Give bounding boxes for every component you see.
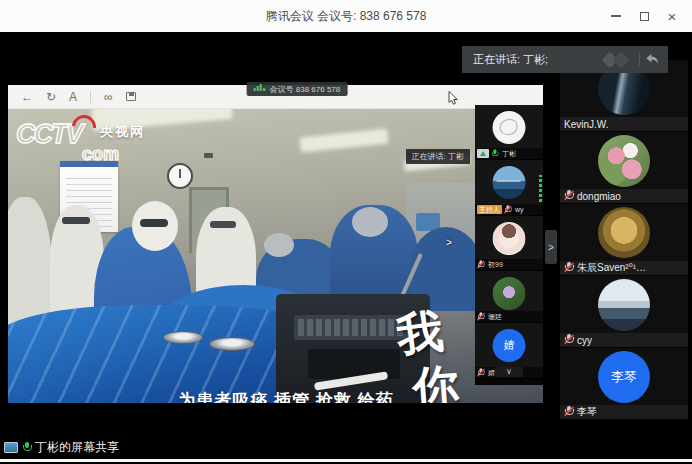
share-status-bar: 丁彬的屏幕共享	[4, 439, 119, 456]
banner-divider	[639, 53, 640, 66]
inner-participant-strip: 丁彬 主持人 wy 初99	[475, 105, 543, 385]
participant-name: dongmiao	[577, 191, 621, 202]
speaking-banner-label: 正在讲话: 丁彬;	[473, 52, 602, 67]
avatar	[598, 207, 650, 259]
inner-participant-tile[interactable]: 主持人 wy	[475, 160, 543, 216]
participant-name: wy	[515, 206, 524, 213]
calligraphy-char: 你	[411, 355, 461, 403]
screen-share-icon	[4, 442, 18, 453]
participant-label: 初99	[475, 259, 543, 270]
avatar	[493, 111, 526, 144]
avatar-initial: 李琴	[611, 368, 637, 386]
network-status-dot	[263, 88, 266, 91]
meeting-number-badge[interactable]: 会议号 838 676 578	[247, 82, 348, 96]
meeting-window: 腾讯会议 会议号: 838 676 578 × 正在讲话: 丁彬; ← ↻ A …	[0, 0, 692, 464]
participant-name: 李琴	[577, 405, 597, 419]
window-bottom-edge	[0, 459, 692, 462]
avatar	[493, 277, 526, 310]
cctv-cn-label: 央视网	[100, 123, 145, 141]
cctv-watermark: CCTV 央视网 com	[16, 117, 166, 169]
wall-vent	[204, 153, 213, 158]
close-button[interactable]: ×	[658, 2, 686, 30]
avatar: 婧	[493, 329, 526, 362]
window-controls: ×	[602, 0, 686, 32]
screen-share-icon	[477, 149, 489, 158]
shared-video[interactable]: CCTV 央视网 com 正在讲话: 丁彬 我 你 为患者吸痰 插管 抢救 给药	[8, 109, 543, 403]
participant-tile[interactable]: cyy	[560, 276, 688, 347]
meeting-number-text: 会议号 838 676 578	[270, 84, 341, 95]
avatar-initial: 婧	[504, 338, 515, 353]
mic-muted-icon	[477, 312, 484, 321]
mic-muted-icon	[564, 406, 573, 418]
signal-icon	[254, 88, 256, 91]
video-speaking-overlay: 正在讲话: 丁彬	[406, 149, 470, 164]
mic-on-icon	[491, 149, 498, 158]
title-bar[interactable]: 腾讯会议 会议号: 838 676 578 ×	[0, 0, 692, 32]
participant-tile[interactable]: 李琴 李琴	[560, 348, 688, 419]
inner-participant-tile[interactable]: 初99	[475, 216, 543, 271]
participant-name: KevinJ.W.	[564, 119, 608, 130]
mouse-cursor-icon	[448, 91, 459, 105]
save-icon[interactable]	[126, 92, 136, 101]
maximize-button[interactable]	[630, 2, 658, 30]
inner-sidebar-toggle[interactable]: >	[446, 237, 452, 248]
mic-muted-icon	[564, 190, 573, 202]
metal-bowl	[209, 337, 255, 351]
mic-muted-icon	[477, 260, 484, 269]
participant-name: 珊廷	[488, 312, 502, 322]
meeting-content: 正在讲话: 丁彬; ← ↻ A ∞ 会议号 838 676 578	[0, 32, 692, 464]
window-title: 腾讯会议 会议号: 838 676 578	[266, 8, 427, 25]
font-icon[interactable]: A	[69, 91, 77, 103]
inner-participant-tile[interactable]: 丁彬	[475, 105, 543, 160]
host-badge: 主持人	[477, 205, 502, 214]
avatar	[493, 222, 526, 255]
minimize-button[interactable]	[602, 2, 630, 30]
avatar: 李琴	[598, 351, 650, 403]
participant-name: cyy	[577, 335, 592, 346]
toolbar-divider	[90, 91, 91, 103]
reply-arrow-icon[interactable]	[645, 53, 660, 66]
participant-name: 丁彬	[502, 149, 516, 159]
participant-label: 李琴	[560, 405, 688, 419]
video-subtitle: 为患者吸痰 插管 抢救 给药	[179, 389, 394, 403]
participant-label: 主持人 wy	[475, 204, 543, 215]
inner-participant-tile[interactable]: 珊廷	[475, 271, 543, 323]
inner-participant-tile[interactable]: 婧 婧 ∨	[475, 323, 543, 379]
mic-muted-icon	[477, 368, 484, 377]
shared-screen[interactable]: ← ↻ A ∞ 会议号 838 676 578	[8, 85, 543, 403]
participant-label: cyy	[560, 333, 688, 347]
participant-name: 初99	[488, 260, 503, 270]
medic-figure-head	[132, 201, 178, 251]
participant-label: 丁彬	[475, 148, 543, 159]
avatar	[493, 166, 526, 199]
sidebar-toggle[interactable]: >	[545, 230, 557, 264]
avatar	[598, 135, 650, 187]
mic-on-icon	[22, 442, 31, 454]
share-status-label: 丁彬的屏幕共享	[35, 439, 119, 456]
ultrasound-keyboard	[294, 315, 408, 340]
participant-label: KevinJ.W.	[560, 117, 688, 131]
metal-bowl	[163, 331, 203, 344]
mic-muted-icon	[564, 262, 573, 274]
participant-name: 婧	[488, 368, 495, 378]
meeting-logo-icon	[602, 51, 634, 69]
mic-muted-icon	[504, 205, 511, 214]
participant-label: 朱辰Saven²⁰¹…	[560, 261, 688, 275]
participant-label: dongmiao	[560, 189, 688, 203]
ceiling-light	[299, 128, 388, 152]
refresh-icon[interactable]: ↻	[46, 91, 56, 103]
back-icon[interactable]: ←	[21, 91, 33, 103]
participant-tile[interactable]: 朱辰Saven²⁰¹…	[560, 204, 688, 275]
cctv-com-label: com	[82, 144, 119, 165]
mic-muted-icon	[564, 334, 573, 346]
volume-indicator	[539, 175, 542, 202]
participant-name: 朱辰Saven²⁰¹…	[577, 261, 646, 275]
speaking-banner: 正在讲话: 丁彬;	[462, 46, 668, 73]
wall-clock	[167, 163, 193, 189]
avatar	[598, 279, 650, 331]
link-icon[interactable]: ∞	[104, 91, 113, 103]
participant-tile[interactable]: dongmiao	[560, 132, 688, 203]
chevron-down-icon[interactable]: ∨	[495, 367, 523, 377]
participant-label: 珊廷	[475, 311, 543, 322]
